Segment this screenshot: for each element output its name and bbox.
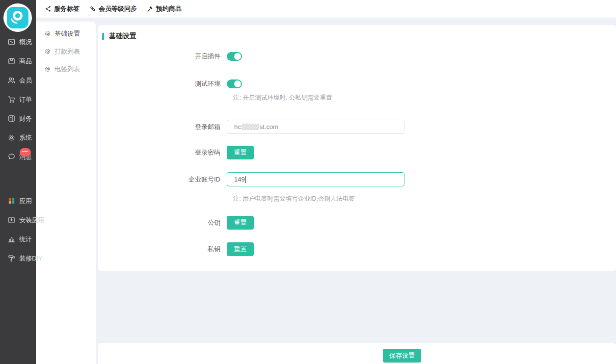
sidebar-item-label: 订单 — [19, 95, 32, 104]
field-label: 公钥 — [98, 218, 227, 227]
sidebar-item-label: 概况 — [19, 38, 32, 47]
test-env-note: 注: 开启测试环境时, 公私钥需要重置 — [233, 94, 332, 102]
company-id-value: 149 — [234, 176, 245, 183]
sidebar-item-label: 系统 — [19, 133, 32, 142]
diy-icon — [7, 254, 16, 262]
section-title: 基础设置 — [102, 32, 136, 41]
page: 概况 商品 会员 订单 财务 系统 — [0, 0, 616, 364]
tab-service-tags[interactable]: 服务标签 — [45, 4, 80, 13]
gear-icon — [44, 48, 51, 55]
save-settings-button[interactable]: 保存设置 — [383, 349, 421, 363]
sidebar-item-esign-list[interactable]: 电签列表 — [36, 60, 96, 78]
apps-icon — [7, 197, 16, 205]
sidebar-item-payment-list[interactable]: 打款列表 — [36, 43, 96, 60]
test-env-toggle[interactable] — [227, 79, 242, 88]
sidebar-item-system[interactable]: 系统 — [0, 128, 36, 147]
title-accent-bar — [102, 33, 104, 40]
sidebar-item-messages[interactable]: 消息 ••• — [0, 147, 36, 166]
sidebar-item-members[interactable]: 会员 — [0, 71, 36, 90]
field-label: 登录密码 — [98, 148, 227, 157]
overview-icon — [7, 38, 16, 46]
sidebar-item-basic-settings[interactable]: 基础设置 — [36, 25, 96, 43]
row-public-key: 公钥 重置 — [98, 216, 616, 230]
sidebar-item-label: 基础设置 — [54, 29, 80, 38]
goods-icon — [7, 57, 16, 65]
sidebar-item-label: 电签列表 — [54, 65, 80, 74]
sidebar-nav-primary: 概况 商品 会员 订单 财务 系统 — [0, 32, 36, 166]
tab-label: 会员等级同步 — [99, 4, 137, 13]
sidebar-item-label: 统计 — [19, 235, 32, 244]
app-logo-mark — [7, 7, 28, 28]
field-label: 企业账号ID — [98, 175, 227, 184]
basic-settings-panel: 基础设置 开启插件 测试环境 注: 开启测试环境时, 公私钥需要重置 登录邮箱 … — [98, 25, 616, 271]
orders-icon — [7, 95, 16, 104]
enable-plugin-toggle[interactable] — [227, 52, 242, 61]
field-label: 登录邮箱 — [98, 123, 227, 131]
row-enable-plugin: 开启插件 — [98, 52, 616, 61]
sidebar-item-apps[interactable]: 应用 — [0, 191, 36, 210]
reset-private-key-button[interactable]: 重置 — [227, 242, 254, 256]
field-label: 开启插件 — [98, 52, 227, 61]
save-bar: 保存设置 — [98, 343, 616, 364]
settings-sidebar: 基础设置 打款列表 电签列表 — [36, 22, 96, 364]
sidebar-item-stats[interactable]: 统计 — [0, 230, 36, 249]
section-title-text: 基础设置 — [109, 32, 136, 41]
email-suffix: st.com — [260, 123, 278, 130]
main-sidebar: 概况 商品 会员 订单 财务 系统 — [0, 0, 36, 364]
install-app-icon — [7, 216, 16, 224]
sidebar-item-label: 打款列表 — [54, 47, 80, 56]
share-icon — [45, 5, 52, 12]
field-label: 测试环境 — [98, 79, 227, 88]
tab-member-level-sync[interactable]: 会员等级同步 — [89, 4, 137, 13]
members-icon — [7, 76, 16, 84]
app-logo[interactable] — [3, 3, 32, 32]
gavel-icon — [147, 5, 154, 12]
sidebar-item-orders[interactable]: 订单 — [0, 90, 36, 109]
link-icon — [89, 5, 96, 12]
row-login-email: 登录邮箱 hc st.com — [98, 120, 616, 134]
system-icon — [7, 133, 16, 142]
row-company-id: 企业账号ID 149 — [98, 172, 616, 186]
gear-icon — [44, 30, 51, 37]
sidebar-item-label: 商品 — [19, 57, 32, 66]
company-id-input[interactable]: 149 — [227, 172, 404, 186]
top-tab-bar: 服务标签 会员等级同步 预约商品 — [36, 0, 616, 18]
sidebar-item-label: 应用 — [19, 197, 32, 206]
login-email-input[interactable]: hc st.com — [227, 120, 404, 134]
row-test-env: 测试环境 — [98, 79, 616, 88]
sidebar-item-label: 会员 — [19, 76, 32, 85]
message-icon — [7, 153, 16, 161]
reset-password-button[interactable]: 重置 — [227, 146, 254, 159]
sidebar-item-install-app[interactable]: 安装应用 — [0, 210, 36, 230]
messages-badge[interactable]: ••• — [20, 148, 31, 156]
sidebar-item-label: 装修DIY — [19, 254, 43, 263]
email-prefix: hc — [234, 123, 241, 130]
text-caret — [245, 176, 246, 183]
sidebar-item-finance[interactable]: 财务 — [0, 109, 36, 128]
field-label: 私钥 — [98, 245, 227, 254]
tab-reserved-goods[interactable]: 预约商品 — [147, 4, 182, 13]
toggle-knob — [234, 53, 241, 60]
sidebar-item-label: 财务 — [19, 114, 32, 123]
row-private-key: 私钥 重置 — [98, 242, 616, 256]
sidebar-item-label: 安装应用 — [19, 216, 45, 225]
sidebar-item-goods[interactable]: 商品 — [0, 52, 36, 71]
row-login-password: 登录密码 重置 — [98, 146, 616, 159]
sidebar-item-diy[interactable]: 装修DIY — [0, 249, 36, 268]
company-id-note: 注: 用户电签时需要填写企业ID,否则无法电签 — [233, 195, 355, 203]
finance-icon — [7, 114, 16, 123]
stats-icon — [7, 235, 16, 243]
sidebar-item-overview[interactable]: 概况 — [0, 32, 36, 52]
redacted-mosaic — [241, 124, 259, 130]
tab-label: 服务标签 — [54, 4, 80, 13]
reset-public-key-button[interactable]: 重置 — [227, 216, 254, 230]
tab-label: 预约商品 — [156, 4, 182, 13]
sidebar-nav-secondary: 应用 安装应用 统计 装修DIY — [0, 191, 36, 268]
gear-icon — [44, 66, 51, 73]
toggle-knob — [234, 80, 241, 87]
